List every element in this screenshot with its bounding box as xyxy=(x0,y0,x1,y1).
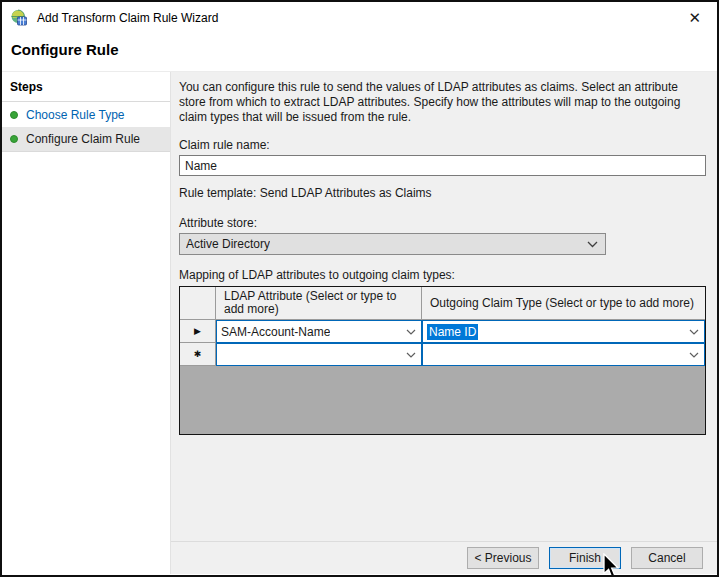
wizard-icon xyxy=(10,9,28,27)
step-label: Configure Claim Rule xyxy=(26,132,140,146)
current-row-arrow-icon: ▶ xyxy=(194,326,201,336)
chevron-down-icon xyxy=(689,329,699,335)
step-status-icon xyxy=(10,135,18,143)
steps-header: Steps xyxy=(2,72,170,102)
mapping-table-label: Mapping of LDAP attributes to outgoing c… xyxy=(179,268,706,282)
previous-button[interactable]: < Previous xyxy=(467,547,539,569)
ldap-attribute-select-row2[interactable] xyxy=(216,343,422,366)
attribute-store-value: Active Directory xyxy=(186,237,270,251)
attribute-store-label: Attribute store: xyxy=(179,216,706,230)
chevron-down-icon xyxy=(689,352,699,358)
add-transform-claim-rule-wizard-dialog: Add Transform Claim Rule Wizard ✕ Config… xyxy=(0,0,719,577)
step-label: Choose Rule Type xyxy=(26,108,125,122)
close-button[interactable]: ✕ xyxy=(684,9,705,28)
mapping-table: LDAP Attribute (Select or type to add mo… xyxy=(179,286,706,435)
row-selector-new[interactable]: ✱ xyxy=(180,343,216,366)
rule-description: You can configure this rule to send the … xyxy=(179,80,706,125)
title-bar: Add Transform Claim Rule Wizard ✕ xyxy=(2,2,717,34)
new-row-asterisk-icon: ✱ xyxy=(194,349,202,359)
rule-template-text: Rule template: Send LDAP Attributes as C… xyxy=(179,186,706,200)
cancel-button[interactable]: Cancel xyxy=(631,547,703,569)
window-title: Add Transform Claim Rule Wizard xyxy=(37,11,218,25)
finish-button[interactable]: Finish xyxy=(549,547,621,569)
combo-value-selected: Name ID xyxy=(427,324,478,340)
table-header-ldap-attribute: LDAP Attribute (Select or type to add mo… xyxy=(216,287,422,320)
claim-rule-name-input[interactable] xyxy=(179,155,706,176)
ldap-attribute-select-row1[interactable]: SAM-Account-Name xyxy=(216,320,422,343)
outgoing-claim-type-select-row1[interactable]: Name ID xyxy=(422,320,705,343)
claim-rule-name-label: Claim rule name: xyxy=(179,138,706,152)
configure-rule-panel: You can configure this rule to send the … xyxy=(171,72,717,574)
page-title: Configure Rule xyxy=(2,34,717,71)
chevron-down-icon xyxy=(587,241,598,248)
steps-sidebar: Steps Choose Rule Type Configure Claim R… xyxy=(2,72,171,574)
chevron-down-icon xyxy=(406,329,416,335)
wizard-footer: < Previous Finish Cancel xyxy=(171,541,717,574)
chevron-down-icon xyxy=(406,352,416,358)
sidebar-item-configure-claim-rule[interactable]: Configure Claim Rule xyxy=(2,127,170,152)
table-empty-area xyxy=(180,366,705,434)
table-header-outgoing-claim-type: Outgoing Claim Type (Select or type to a… xyxy=(422,287,705,320)
table-corner-cell xyxy=(180,287,216,320)
sidebar-item-choose-rule-type[interactable]: Choose Rule Type xyxy=(2,102,170,127)
row-selector-current[interactable]: ▶ xyxy=(180,320,216,343)
step-status-icon xyxy=(10,111,18,119)
combo-value: SAM-Account-Name xyxy=(221,325,330,339)
attribute-store-select[interactable]: Active Directory xyxy=(179,233,606,255)
outgoing-claim-type-select-row2[interactable] xyxy=(422,343,705,366)
dialog-body: Steps Choose Rule Type Configure Claim R… xyxy=(2,71,717,574)
